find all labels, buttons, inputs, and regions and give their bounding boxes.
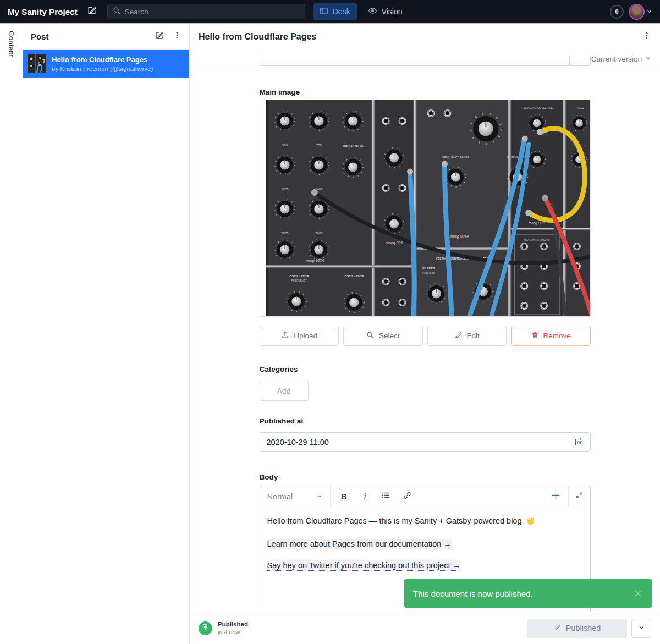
bold-button[interactable]: B — [334, 486, 355, 507]
svg-text:FILTERS: FILTERS — [422, 267, 435, 270]
plus-icon — [551, 490, 561, 503]
dots-menu-icon — [173, 31, 182, 42]
link-icon — [403, 491, 411, 502]
svg-text:FIXED: FIXED — [576, 107, 584, 109]
create-post-button[interactable] — [155, 31, 164, 42]
document-header: Hello from Cloudflare Pages — [190, 23, 660, 50]
current-version-selector[interactable]: Current version — [591, 55, 642, 63]
categories-label: Categories — [260, 365, 591, 373]
svg-text:OSCILLATOR: OSCILLATOR — [289, 274, 309, 278]
chevron-down-icon[interactable] — [646, 7, 652, 16]
select-button[interactable]: Select — [343, 326, 423, 346]
search-icon — [366, 331, 375, 341]
edit-label: Edit — [467, 332, 480, 340]
body-label: Body — [260, 473, 591, 481]
list-item-post[interactable]: Hello from Cloudflare Pages by Kristian … — [23, 50, 189, 78]
publish-toast: This document is now published. — [404, 579, 652, 608]
main-image-preview: 500 700 1000 1400 2000 2600 HIGH PASS mo… — [266, 100, 590, 316]
svg-text:ENVELOPE GENERATOR: ENVELOPE GENERATOR — [524, 239, 550, 241]
svg-text:FREQUENCY: FREQUENCY — [291, 279, 306, 282]
image-actions-row: Upload Select Edit — [260, 326, 591, 346]
upload-button[interactable]: Upload — [260, 326, 339, 346]
svg-text:2600: 2600 — [315, 232, 323, 235]
content-rail: Content — [0, 23, 23, 644]
svg-text:HIGH PASS: HIGH PASS — [342, 144, 363, 148]
avatar[interactable] — [629, 4, 645, 20]
italic-button[interactable]: i — [355, 486, 376, 507]
editor-toolbar-right — [543, 486, 590, 507]
chevron-down-icon[interactable] — [645, 55, 651, 63]
clipped-field-input[interactable] — [260, 57, 591, 66]
body-paragraph: Say hey on Twitter if you're checking ou… — [267, 560, 583, 570]
link-button[interactable] — [397, 486, 417, 507]
desk-icon — [320, 7, 328, 17]
editor-content[interactable]: Hello from Cloudflare Pages — this is my… — [260, 507, 590, 591]
post-list-panel: Post Hello from Cloudflare Pages by Kris… — [23, 23, 190, 644]
publish-status-badge — [199, 621, 212, 635]
publish-button-label: Published — [566, 624, 601, 632]
trash-icon — [531, 331, 539, 341]
publish-menu-button[interactable] — [631, 619, 651, 638]
publish-status-text: Published just now — [218, 621, 248, 635]
wave-emoji-icon — [524, 518, 535, 527]
svg-text:moog 907A: moog 907A — [304, 258, 324, 263]
search-bar[interactable] — [107, 4, 305, 19]
search-input[interactable] — [125, 8, 300, 16]
style-select[interactable]: Normal — [260, 486, 331, 507]
svg-text:moog 902: moog 902 — [528, 221, 544, 225]
publish-icon — [201, 623, 210, 634]
body-link[interactable]: Say hey on Twitter if you're checking ou… — [267, 560, 460, 571]
body-paragraph: Learn more about Pages from our document… — [267, 539, 583, 549]
post-item-title: Hello from Cloudflare Pages — [52, 56, 153, 65]
edit-button[interactable]: Edit — [427, 326, 507, 346]
expand-icon — [575, 491, 584, 502]
compose-icon — [87, 5, 97, 18]
pencil-icon — [454, 331, 463, 341]
bulleted-list-button[interactable] — [376, 486, 397, 507]
insert-block-button[interactable] — [543, 486, 568, 507]
document-title: Hello from Cloudflare Pages — [199, 32, 642, 42]
fullscreen-button[interactable] — [568, 486, 590, 507]
svg-text:FIXED CONTROL VOLTAGE: FIXED CONTROL VOLTAGE — [521, 107, 553, 109]
svg-text:moog 904A: moog 904A — [449, 234, 469, 239]
sidebar-item-content[interactable]: Content — [7, 23, 15, 644]
chevron-down-icon — [638, 624, 645, 632]
compose-icon — [155, 31, 164, 42]
tab-vision[interactable]: Vision — [361, 3, 409, 20]
publish-button[interactable]: Published — [527, 619, 627, 638]
document-menu-button[interactable] — [642, 31, 651, 42]
document-panel: Hello from Cloudflare Pages Current vers… — [190, 23, 660, 644]
post-panel-header: Post — [23, 23, 189, 50]
svg-text:FREQUENCY RANGE: FREQUENCY RANGE — [442, 156, 469, 159]
check-icon — [553, 623, 562, 633]
main-image-field[interactable]: 500 700 1000 1400 2000 2600 HIGH PASS mo… — [260, 100, 591, 317]
remove-button[interactable]: Remove — [511, 326, 591, 346]
calendar-icon[interactable] — [574, 437, 584, 447]
svg-text:OSCILLATOR: OSCILLATOR — [344, 274, 364, 278]
project-title: My Sanity Project — [8, 7, 78, 16]
main-image-label: Main image — [260, 88, 591, 96]
bulleted-list-icon — [381, 491, 391, 502]
clipped-field-button[interactable] — [569, 57, 590, 65]
style-select-value: Normal — [267, 492, 293, 501]
sanity-studio-app: My Sanity Project Desk Vision 0 — [0, 0, 660, 644]
svg-text:1000: 1000 — [281, 188, 289, 191]
published-at-label: Published at — [260, 417, 591, 425]
add-category-button[interactable]: Add — [260, 381, 309, 401]
status-title: Published — [218, 621, 248, 628]
post-item-subtitle: by Kristian Freeman (@signalnerve) — [52, 65, 153, 72]
tab-desk[interactable]: Desk — [313, 3, 357, 20]
published-at-input[interactable] — [267, 438, 570, 447]
upload-icon — [280, 331, 289, 341]
close-icon[interactable] — [633, 588, 643, 598]
post-item-text: Hello from Cloudflare Pages by Kristian … — [52, 56, 153, 72]
notifications-badge[interactable]: 0 — [610, 5, 624, 19]
status-timestamp: just now — [218, 629, 248, 635]
new-document-button[interactable] — [84, 4, 100, 19]
svg-text:500: 500 — [282, 144, 288, 147]
toast-message: This document is now published. — [413, 589, 533, 598]
body-link[interactable]: Learn more about Pages from our document… — [267, 539, 452, 549]
post-panel-menu-button[interactable] — [173, 31, 182, 42]
svg-text:moog 995: moog 995 — [386, 241, 403, 245]
remove-label: Remove — [543, 332, 571, 340]
